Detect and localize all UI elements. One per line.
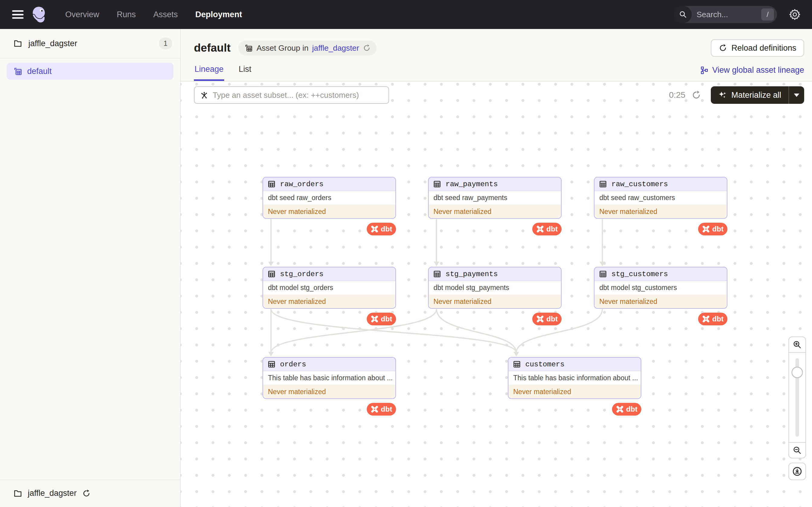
lineage-graph-icon bbox=[700, 66, 709, 74]
chip-workspace-link[interactable]: jaffle_dagster bbox=[312, 44, 359, 53]
asset-group-chip: Asset Group in jaffle_dagster bbox=[238, 41, 377, 56]
asset-status-never-materialized: Never materialized bbox=[429, 205, 561, 218]
asset-node-stg_customers[interactable]: stg_customersdbt model stg_customersNeve… bbox=[594, 267, 727, 309]
dbt-badge[interactable]: dbt bbox=[532, 223, 562, 235]
asset-subset-input[interactable]: Type an asset subset... (ex: ++customers… bbox=[194, 86, 389, 104]
refresh-icon[interactable] bbox=[692, 90, 701, 100]
view-global-asset-lineage-link[interactable]: View global asset lineage bbox=[700, 65, 804, 81]
asset-description: dbt seed raw_orders bbox=[263, 191, 395, 205]
nav-item-runs[interactable]: Runs bbox=[117, 10, 136, 19]
table-icon bbox=[599, 180, 607, 188]
settings-gear-icon[interactable] bbox=[789, 8, 801, 21]
page-title: default bbox=[194, 42, 231, 54]
dbt-badge[interactable]: dbt bbox=[367, 313, 396, 325]
dbt-logo-icon bbox=[702, 225, 710, 233]
download-icon bbox=[792, 466, 802, 476]
asset-node-orders[interactable]: ordersThis table has basic information a… bbox=[262, 357, 396, 399]
zoom-out-icon bbox=[793, 446, 802, 455]
view-global-asset-lineage-label: View global asset lineage bbox=[712, 65, 804, 75]
asset-name: stg_customers bbox=[611, 270, 668, 278]
asset-node-header: orders bbox=[263, 357, 395, 371]
asset-selection-icon bbox=[200, 91, 208, 99]
dbt-badge[interactable]: dbt bbox=[532, 313, 562, 325]
tab-list[interactable]: List bbox=[238, 65, 252, 81]
top-nav: Overview Runs Assets Deployment Search..… bbox=[0, 0, 812, 29]
asset-node-header: raw_customers bbox=[595, 177, 727, 191]
chip-prefix-text: Asset Group in bbox=[256, 44, 308, 53]
asset-name: stg_payments bbox=[446, 270, 498, 278]
dbt-badge[interactable]: dbt bbox=[698, 313, 727, 325]
dbt-badge[interactable]: dbt bbox=[367, 223, 396, 235]
asset-description: dbt model stg_payments bbox=[429, 281, 561, 295]
asset-node-raw_payments[interactable]: raw_paymentsdbt seed raw_paymentsNever m… bbox=[428, 177, 562, 219]
reload-definitions-button[interactable]: Reload definitions bbox=[711, 39, 804, 57]
folder-icon bbox=[13, 489, 22, 498]
search-input[interactable]: Search... / bbox=[674, 6, 777, 23]
nav-item-deployment[interactable]: Deployment bbox=[195, 10, 242, 19]
asset-name: customers bbox=[525, 360, 565, 369]
asset-status-never-materialized: Never materialized bbox=[429, 295, 561, 308]
sidebar-item-default-group[interactable]: default bbox=[7, 63, 173, 80]
search-shortcut-badge: / bbox=[761, 8, 774, 20]
asset-name: raw_customers bbox=[611, 180, 668, 188]
dbt-badge-label: dbt bbox=[381, 315, 392, 323]
zoom-slider[interactable] bbox=[789, 353, 806, 442]
dagster-logo-icon[interactable] bbox=[30, 5, 49, 24]
refresh-icon bbox=[719, 44, 727, 52]
refresh-icon[interactable] bbox=[363, 44, 371, 52]
zoom-in-button[interactable] bbox=[789, 337, 806, 353]
asset-node-stg_payments[interactable]: stg_paymentsdbt model stg_paymentsNever … bbox=[428, 267, 562, 309]
table-icon bbox=[599, 270, 607, 278]
page-header: default Asset Group in jaffle_dagster R bbox=[181, 29, 812, 57]
dbt-badge-label: dbt bbox=[547, 315, 558, 323]
tab-lineage[interactable]: Lineage bbox=[194, 65, 224, 81]
table-icon bbox=[267, 270, 276, 278]
search-icon bbox=[674, 6, 692, 23]
table-icon bbox=[433, 270, 441, 278]
nav-item-assets[interactable]: Assets bbox=[153, 10, 178, 19]
asset-status-never-materialized: Never materialized bbox=[595, 205, 727, 218]
dbt-logo-icon bbox=[536, 315, 544, 323]
dbt-badge[interactable]: dbt bbox=[367, 403, 396, 415]
asset-node-header: stg_customers bbox=[595, 267, 727, 281]
sidebar-footer: jaffle_dagster bbox=[0, 480, 180, 507]
sparkle-icon bbox=[718, 91, 727, 100]
asset-status-never-materialized: Never materialized bbox=[263, 385, 395, 398]
asset-description: dbt seed raw_payments bbox=[429, 191, 561, 205]
hamburger-menu-icon[interactable] bbox=[12, 10, 23, 19]
asset-node-header: stg_orders bbox=[263, 267, 395, 281]
dbt-badge[interactable]: dbt bbox=[698, 223, 727, 235]
dbt-badge-label: dbt bbox=[626, 405, 638, 413]
dbt-badge-label: dbt bbox=[381, 405, 392, 413]
dbt-badge[interactable]: dbt bbox=[612, 403, 641, 415]
sidebar-workspace-row[interactable]: jaffle_dagster 1 bbox=[0, 29, 180, 59]
table-icon bbox=[433, 180, 441, 188]
materialize-all-button[interactable]: Materialize all bbox=[711, 86, 789, 104]
zoom-out-button[interactable] bbox=[789, 442, 806, 458]
asset-group-icon bbox=[13, 67, 22, 76]
asset-groups-sidebar: jaffle_dagster 1 default jaffle_dagster bbox=[0, 29, 181, 507]
table-icon bbox=[267, 360, 276, 369]
dbt-badge-label: dbt bbox=[712, 225, 723, 233]
asset-name: stg_orders bbox=[280, 270, 323, 278]
asset-node-stg_orders[interactable]: stg_ordersdbt model stg_ordersNever mate… bbox=[262, 267, 396, 309]
materialize-options-caret[interactable] bbox=[789, 86, 804, 104]
caret-down-icon bbox=[794, 94, 799, 97]
asset-node-customers[interactable]: customersThis table has basic informatio… bbox=[508, 357, 641, 399]
nav-item-overview[interactable]: Overview bbox=[65, 10, 99, 19]
asset-node-raw_customers[interactable]: raw_customersdbt seed raw_customersNever… bbox=[594, 177, 727, 219]
asset-status-never-materialized: Never materialized bbox=[595, 295, 727, 308]
asset-node-raw_orders[interactable]: raw_ordersdbt seed raw_ordersNever mater… bbox=[262, 177, 396, 219]
lineage-graph-canvas[interactable]: Type an asset subset... (ex: ++customers… bbox=[181, 81, 812, 507]
asset-name: orders bbox=[280, 360, 306, 369]
refresh-countdown-timer: 0:25 bbox=[669, 90, 686, 100]
primary-nav: Overview Runs Assets Deployment bbox=[65, 10, 242, 19]
asset-node-header: raw_payments bbox=[429, 177, 561, 191]
reload-definitions-label: Reload definitions bbox=[731, 44, 796, 53]
refresh-icon[interactable] bbox=[82, 489, 91, 498]
zoom-slider-handle[interactable] bbox=[792, 367, 803, 378]
dbt-badge-label: dbt bbox=[381, 225, 392, 233]
asset-status-never-materialized: Never materialized bbox=[263, 205, 395, 218]
download-image-button[interactable] bbox=[789, 463, 806, 480]
zoom-in-icon bbox=[793, 340, 802, 349]
